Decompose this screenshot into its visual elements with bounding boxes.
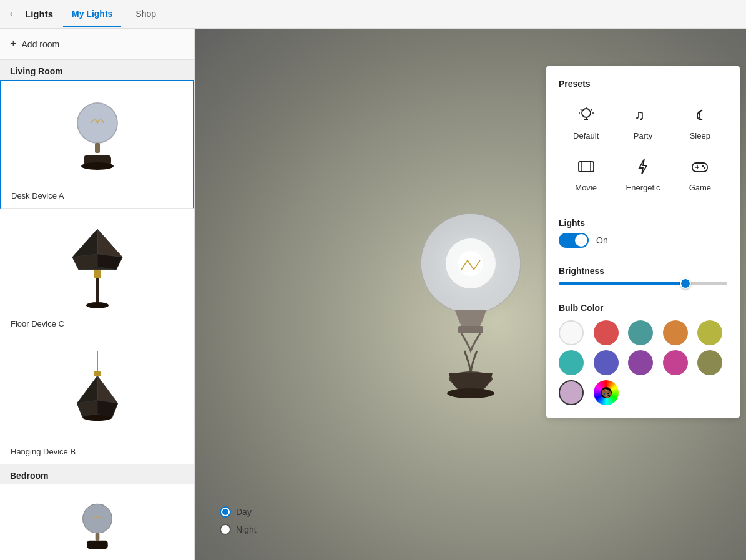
color-picker-button[interactable]: 🎨 (594, 380, 619, 405)
floor-lamp-svg (60, 223, 135, 310)
svg-point-29 (458, 251, 483, 276)
color-cyan[interactable] (559, 350, 584, 375)
add-room-button[interactable]: + Add room (0, 29, 194, 60)
preset-default-label: Default (573, 131, 599, 140)
device-image-hanging-b (6, 345, 189, 445)
lights-control-section: Lights On (559, 218, 727, 248)
color-teal[interactable] (628, 320, 653, 345)
svg-marker-8 (72, 229, 97, 257)
night-radio-button[interactable] (220, 524, 231, 535)
device-card-bedroom[interactable] (0, 484, 194, 560)
device-image-bedroom (6, 493, 189, 560)
tab-shop[interactable]: Shop (127, 1, 165, 27)
svg-text:🎨: 🎨 (601, 388, 612, 399)
svg-point-36 (582, 109, 591, 117)
color-red[interactable] (594, 320, 619, 345)
preset-movie[interactable]: Movie (559, 150, 613, 200)
device-card-desk-a[interactable]: Desk Device A (0, 80, 194, 209)
room-title-bedroom: Bedroom (0, 464, 194, 484)
main-layout: + Add room Living Room (0, 29, 746, 560)
presets-grid: Default ♫ Party Sleep (559, 99, 727, 200)
brightness-thumb[interactable] (680, 278, 691, 289)
top-bar: ← Lights My Lights Shop (0, 0, 746, 29)
day-radio-row[interactable]: Day (220, 506, 257, 518)
lights-toggle[interactable] (559, 233, 589, 248)
color-indigo[interactable] (594, 350, 619, 375)
svg-marker-7 (97, 229, 122, 257)
main-content-area: Day Night Presets Default (195, 29, 746, 560)
preset-game[interactable]: Game (673, 150, 727, 200)
svg-point-21 (82, 415, 112, 421)
presets-title: Presets (559, 79, 727, 89)
device-label-floor-c: Floor Device C (6, 317, 69, 331)
device-label-desk-a: Desk Device A (6, 189, 69, 203)
svg-line-40 (581, 109, 582, 111)
svg-marker-48 (639, 159, 647, 174)
svg-rect-33 (458, 326, 483, 333)
color-title: Bulb Color (559, 303, 727, 313)
color-yellow-green[interactable] (697, 320, 722, 345)
preset-movie-label: Movie (575, 183, 597, 192)
party-icon: ♫ (634, 106, 652, 127)
device-label-hanging-b: Hanging Device B (6, 445, 81, 459)
presets-panel: Presets Default ♫ Party (546, 66, 740, 418)
brightness-title: Brightness (559, 266, 727, 276)
toggle-thumb (575, 234, 587, 247)
tab-navigation: My Lights Shop (63, 1, 165, 27)
brightness-section: Brightness (559, 266, 727, 285)
lights-toggle-row: On (559, 233, 727, 248)
svg-rect-2 (95, 143, 100, 153)
color-lavender[interactable] (559, 380, 584, 405)
svg-rect-12 (96, 278, 99, 303)
panel-divider-3 (559, 295, 727, 295)
svg-rect-25 (87, 541, 107, 549)
color-grid: 🎨 (559, 320, 727, 405)
tab-divider (124, 8, 124, 21)
bulb-illustration (402, 189, 539, 401)
color-section: Bulb Color (559, 303, 727, 405)
app-title: Lights (25, 9, 53, 19)
svg-point-35 (447, 388, 494, 398)
color-olive[interactable] (697, 350, 722, 375)
panel-divider-2 (559, 258, 727, 258)
preset-sleep-label: Sleep (690, 131, 710, 140)
device-card-floor-c[interactable]: Floor Device C (0, 209, 194, 336)
brightness-slider[interactable] (559, 282, 727, 285)
device-image-floor-c (6, 217, 189, 317)
hanging-lamp-svg (60, 351, 135, 438)
night-radio-label: Night (236, 524, 257, 534)
svg-rect-11 (94, 270, 101, 278)
back-button[interactable]: ← (7, 7, 19, 21)
svg-marker-17 (97, 376, 118, 403)
color-orange[interactable] (663, 320, 688, 345)
svg-line-42 (591, 109, 592, 111)
energetic-icon (634, 158, 652, 179)
bedroom-lamp-svg (66, 499, 129, 560)
night-radio-row[interactable]: Night (220, 524, 257, 535)
game-icon (691, 158, 709, 179)
day-radio-button[interactable] (220, 506, 231, 518)
device-card-hanging-b[interactable]: Hanging Device B (0, 336, 194, 464)
preset-default[interactable]: Default (559, 99, 613, 148)
desk-lamp-svg (60, 95, 135, 182)
day-radio-label: Day (236, 507, 252, 517)
preset-energetic-label: Energetic (626, 183, 660, 192)
room-title-living-room: Living Room (0, 60, 194, 80)
sleep-icon (691, 106, 709, 127)
tab-my-lights[interactable]: My Lights (63, 1, 121, 27)
preset-party[interactable]: ♫ Party (616, 99, 670, 148)
svg-marker-18 (77, 376, 97, 403)
svg-text:♫: ♫ (634, 107, 645, 123)
color-magenta[interactable] (663, 350, 688, 375)
panel-divider-1 (559, 210, 727, 210)
default-icon (577, 106, 595, 127)
preset-game-label: Game (689, 183, 711, 192)
preset-energetic[interactable]: Energetic (616, 150, 670, 200)
svg-point-52 (702, 165, 704, 167)
color-purple[interactable] (628, 350, 653, 375)
svg-point-5 (81, 162, 114, 170)
preset-sleep[interactable]: Sleep (673, 99, 727, 148)
movie-icon (577, 158, 595, 179)
svg-point-53 (704, 167, 705, 169)
color-white[interactable] (559, 320, 584, 345)
